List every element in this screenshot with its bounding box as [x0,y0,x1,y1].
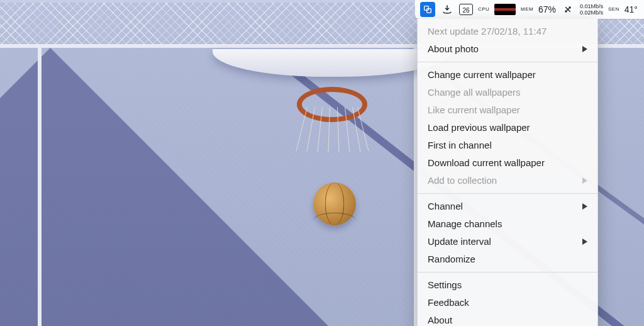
menubar-mem-label[interactable]: MEM [521,3,533,16]
menu-label: Channel [428,200,463,213]
menu-label: About photo [428,43,479,55]
irvue-icon [420,2,435,17]
sen-text: SEN [608,7,619,12]
net-down-text: 0.02Mb/s [580,9,603,16]
menu-label: Change current wallpaper [428,69,536,81]
net-up-text: 0.01Mb/s [580,3,603,9]
menu-label: Add to collection [428,174,497,187]
basketball-rim [297,87,367,122]
menu-label: Settings [428,279,462,291]
menubar-calendar[interactable]: 26 [459,3,473,16]
chevron-right-icon [582,46,587,52]
irvue-dropdown-menu: Next update 27/02/18, 11:47 About photo … [417,19,598,326]
menu-first-in-channel[interactable]: First in channel [418,137,597,154]
menu-download-current-wallpaper[interactable]: Download current wallpaper [418,154,597,172]
menubar-app-irvue[interactable] [420,3,435,16]
menubar-battery-percent[interactable]: 67% [538,3,556,16]
menu-randomize[interactable]: Randomize [418,250,597,268]
menu-label: Update interval [428,235,491,248]
menu-label: Download current wallpaper [428,157,545,169]
menu-label: Next update 27/02/18, 11:47 [428,25,547,38]
menu-settings[interactable]: Settings [418,276,597,294]
calendar-day: 26 [462,7,469,14]
menubar-temperature[interactable]: 41° [625,3,638,16]
menu-load-previous-wallpaper[interactable]: Load previous wallpaper [418,119,597,137]
menu-like-current-wallpaper: Like current wallpaper [418,101,597,119]
menu-label: Load previous wallpaper [428,121,530,134]
menu-add-to-collection: Add to collection [418,172,597,189]
menu-feedback[interactable]: Feedback [418,294,597,312]
menu-change-all-wallpapers: Change all wallpapers [418,84,597,101]
menu-label: Manage channels [428,218,502,230]
menu-label: Like current wallpaper [428,104,520,116]
menubar-download-icon[interactable] [440,3,454,16]
menubar-net-arrows-icon[interactable] [561,3,575,16]
mem-text: MEM [521,7,533,12]
menu-separator [418,62,597,62]
chevron-right-icon [582,239,587,245]
menubar-net-speeds[interactable]: 0.01Mb/s 0.02Mb/s [580,3,603,16]
chevron-right-icon [582,177,587,184]
menu-change-current-wallpaper[interactable]: Change current wallpaper [418,66,597,84]
menu-label: First in channel [428,139,492,152]
menu-separator [418,272,597,273]
menu-about[interactable]: About [418,312,597,326]
menu-label: Randomize [428,253,475,266]
menubar-cpu-label[interactable]: CPU [478,3,489,16]
battery-percent-text: 67% [538,4,556,14]
temperature-text: 41° [625,4,638,14]
menu-channel[interactable]: Channel [418,198,597,215]
court-line [38,48,42,326]
menubar-sen-label[interactable]: SEN [608,3,619,16]
menu-about-photo[interactable]: About photo [418,40,597,58]
cpu-chart-icon [494,4,516,15]
calendar-icon: 26 [459,4,473,15]
menu-label: About [428,314,452,326]
menu-label: Feedback [428,296,469,309]
basketball [313,183,356,225]
chevron-right-icon [582,203,587,210]
menu-update-interval[interactable]: Update interval [418,233,597,250]
desktop: 26 CPU MEM 67% 0.01Mb/s 0.02Mb/s SEN 41° [0,0,644,326]
menu-separator [418,193,597,194]
menubar: 26 CPU MEM 67% 0.01Mb/s 0.02Mb/s SEN 41° [415,0,644,19]
menu-label: Change all wallpapers [428,86,521,99]
menubar-cpu-chart[interactable] [494,3,516,16]
menu-manage-channels[interactable]: Manage channels [418,215,597,233]
menu-next-update: Next update 27/02/18, 11:47 [418,23,597,40]
cpu-text: CPU [478,7,489,12]
